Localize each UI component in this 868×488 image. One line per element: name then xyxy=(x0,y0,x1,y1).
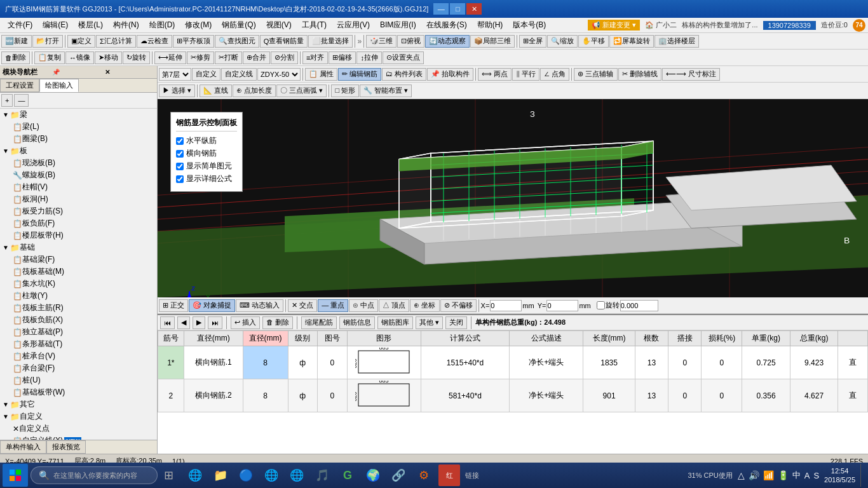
custom-btn[interactable]: 自定义 xyxy=(192,68,220,81)
cell-formula-desc[interactable]: 净长+端头 xyxy=(510,379,583,412)
fit-btn[interactable]: 缩尾配筋 xyxy=(301,316,337,329)
tree-item-raft-main-rebar[interactable]: 📋 筏板主筋(R) xyxy=(0,302,157,314)
tree-item-isolated-foundation[interactable]: 📋 独立基础(P) xyxy=(0,326,157,338)
taskbar-app-link[interactable]: 🔗 xyxy=(388,464,409,486)
intersection-btn[interactable]: ✕ 交点 xyxy=(288,299,317,312)
zoom-out-button[interactable]: 🔍 缩放 xyxy=(547,35,578,48)
three-arc-btn[interactable]: 〇 三点画弧 ▾ xyxy=(276,85,327,97)
open-button[interactable]: 📂 打开 xyxy=(32,35,63,48)
merge-button[interactable]: ⊕ 合并 xyxy=(243,51,270,64)
smart-place-btn[interactable]: 🔧 智能布置 ▾ xyxy=(360,85,412,97)
menu-bim[interactable]: BIM应用(I) xyxy=(375,18,421,32)
two-points-btn[interactable]: ⟺ 两点 xyxy=(478,68,512,81)
three-axis-btn[interactable]: ⊛ 三点辅轴 xyxy=(574,68,617,81)
tree-item-custom-group[interactable]: ▼ 📁 自定义 xyxy=(0,410,157,423)
trim-button[interactable]: ✂ 修剪 xyxy=(187,51,214,64)
checkbox-horizontal-rebar-input[interactable] xyxy=(176,137,184,145)
cell-diameter[interactable]: 8 xyxy=(243,346,288,379)
calculate-button[interactable]: Σ 汇总计算 xyxy=(96,35,136,48)
offset-button[interactable]: ⊞ 偏移 xyxy=(329,51,356,64)
rotate-input[interactable] xyxy=(620,300,658,311)
nav-float-btn[interactable]: 📌 xyxy=(52,69,102,76)
tab-drawing-input[interactable]: 绘图输入 xyxy=(39,79,79,92)
taskbar-app-folder[interactable]: 📁 xyxy=(210,464,231,486)
3d-viewport[interactable]: X Y Z 3 B 钢筋显示控制面板 水平纵筋 xyxy=(158,99,868,297)
cell-formula-desc[interactable]: 净长+端头 xyxy=(510,346,583,379)
other-btn[interactable]: 其他 ▾ xyxy=(416,316,443,329)
move-button[interactable]: ✋ 平移 xyxy=(578,35,609,48)
midpoint-btn[interactable]: — 重点 xyxy=(318,299,348,312)
cell-shape[interactable]: 885 320 xyxy=(347,379,421,412)
menu-tools[interactable]: 工具(T) xyxy=(297,18,332,32)
maximize-button[interactable]: □ xyxy=(450,3,465,15)
show-desktop-btn[interactable] xyxy=(860,464,865,487)
custom-line-btn[interactable]: 自定义线 xyxy=(221,68,257,81)
copy-button[interactable]: 📋 复制 xyxy=(34,51,65,64)
move-op-button[interactable]: ➤ 移动 xyxy=(95,51,122,64)
split-button[interactable]: ⊘ 分割 xyxy=(271,51,298,64)
insert-btn[interactable]: ↩ 插入 xyxy=(231,316,260,329)
define-button[interactable]: ▣ 定义 xyxy=(67,35,95,48)
start-button[interactable] xyxy=(3,464,28,487)
screen-rotate-button[interactable]: 🔁 屏幕旋转 xyxy=(609,35,654,48)
rebar-info-btn[interactable]: 钢筋信息 xyxy=(339,316,375,329)
clock[interactable]: 12:54 2018/5/25 xyxy=(824,466,855,485)
tree-item-beam[interactable]: 📋 梁(L) xyxy=(0,121,157,133)
nav-next-btn[interactable]: ▶ xyxy=(193,316,205,329)
find-element-button[interactable]: 🔍 查找图元 xyxy=(215,35,259,48)
tree-item-cap-beam[interactable]: 📋 承台梁(F) xyxy=(0,362,157,374)
cell-loss[interactable]: 0 xyxy=(702,346,742,379)
align-button[interactable]: ≡ 对齐 xyxy=(302,51,328,64)
edit-rebar-btn[interactable]: ✏ 编辑钢筋 xyxy=(338,68,381,81)
select-floor-button[interactable]: 🏢 选择楼层 xyxy=(654,35,699,48)
taskbar-app-red[interactable]: 红 xyxy=(438,464,460,486)
cell-count[interactable]: 13 xyxy=(635,346,668,379)
rebar-library-btn[interactable]: 钢筋图库 xyxy=(377,316,413,329)
parallel-btn[interactable]: ∥ 平行 xyxy=(512,68,539,81)
cell-unit-weight[interactable]: 0.725 xyxy=(742,346,790,379)
select-tool-btn[interactable]: ▶ 选择 ▾ xyxy=(159,85,195,97)
cell-count[interactable]: 13 xyxy=(635,379,668,412)
no-move-btn[interactable]: ⊘ 不偏移 xyxy=(440,299,477,312)
taskbar-app-ie3[interactable]: 🌐 xyxy=(286,464,308,486)
tree-item-floor-band[interactable]: 📋 楼层板带(H) xyxy=(0,229,157,241)
cell-unit-weight[interactable]: 0.356 xyxy=(742,379,790,412)
tree-item-slab-neg-rebar[interactable]: 📋 板负筋(F) xyxy=(0,217,157,229)
menu-view[interactable]: 视图(V) xyxy=(261,18,297,32)
y-input[interactable] xyxy=(546,300,578,311)
tree-item-slab-stress-rebar[interactable]: 📋 板受力筋(S) xyxy=(0,205,157,217)
tree-item-pile[interactable]: 📋 桩(U) xyxy=(0,374,157,386)
local-3d-button[interactable]: 📦 局部三维 xyxy=(470,35,515,48)
taskbar-search[interactable]: 🔍 在这里输入你要搜索的内容 xyxy=(31,466,158,484)
add-length-btn[interactable]: ⊕ 点加长度 xyxy=(233,85,276,97)
nav-prev-btn[interactable]: ◀ xyxy=(177,316,190,329)
tree-item-foundation-group[interactable]: ▼ 📁 基础 xyxy=(0,241,157,254)
taskbar-app-music[interactable]: 🎵 xyxy=(311,464,333,486)
rotate-checkbox[interactable] xyxy=(597,301,605,309)
menu-cloud-app[interactable]: 云应用(V) xyxy=(332,18,375,32)
cell-total-weight[interactable]: 4.627 xyxy=(790,379,838,412)
batch-select-button[interactable]: ⬜ 批量选择 xyxy=(308,35,353,48)
layer-select[interactable]: 第7层 xyxy=(159,68,191,81)
view-rebar-button[interactable]: Q 查看钢筋量 xyxy=(260,35,308,48)
cloud-check-button[interactable]: ☁ 云检查 xyxy=(137,35,172,48)
tree-item-pile-cap[interactable]: 📋 桩承台(V) xyxy=(0,350,157,362)
add-item-btn[interactable]: + xyxy=(1,94,13,107)
nav-close-btn[interactable]: ✕ xyxy=(105,69,154,76)
center-btn[interactable]: ⊙ 中点 xyxy=(349,299,378,312)
tree-item-strip-foundation[interactable]: 📋 条形基础(T) xyxy=(0,338,157,350)
cell-length[interactable]: 901 xyxy=(583,379,635,412)
properties-btn[interactable]: 📋 属性 xyxy=(305,68,337,81)
dynamic-view-button[interactable]: 🔄 动态观察 xyxy=(425,35,470,48)
dimension-btn[interactable]: ⟵⟶ 尺寸标注 xyxy=(662,68,720,81)
tree-item-raft[interactable]: 📋 筏板基础(M) xyxy=(0,266,157,278)
vertex-btn[interactable]: △ 顶点 xyxy=(379,299,409,312)
cell-length[interactable]: 1835 xyxy=(583,346,635,379)
cell-grade[interactable]: ф xyxy=(288,346,317,379)
cell-loss[interactable]: 0 xyxy=(702,379,742,412)
x-input[interactable] xyxy=(490,300,522,311)
flat-floor-button[interactable]: ⊞ 平齐板顶 xyxy=(173,35,214,48)
cell-drawing[interactable]: 0 xyxy=(318,379,347,412)
angle-btn[interactable]: ∠ 点角 xyxy=(540,68,569,81)
rectangle-btn[interactable]: □ 矩形 xyxy=(331,85,359,97)
